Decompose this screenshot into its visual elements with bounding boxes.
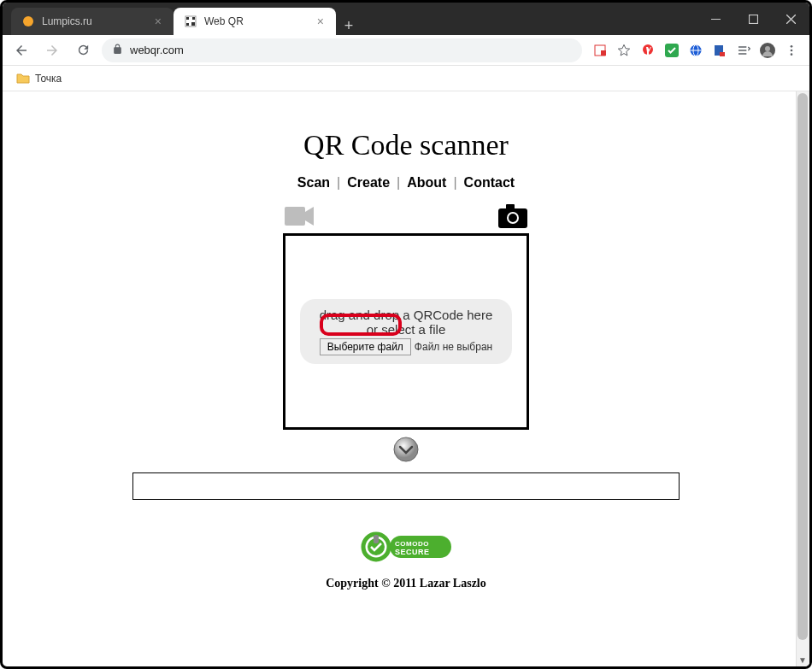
svg-rect-32 xyxy=(374,535,379,543)
new-tab-button[interactable]: + xyxy=(336,17,362,35)
svg-text:COMODO: COMODO xyxy=(395,540,429,548)
file-input-row: Выберите файл Файл не выбран xyxy=(312,338,500,355)
address-bar[interactable]: webqr.com xyxy=(102,38,582,62)
star-icon[interactable] xyxy=(616,43,632,58)
webcam-mode-icon[interactable] xyxy=(285,205,315,231)
svg-point-29 xyxy=(394,437,418,461)
nav-scan[interactable]: Scan xyxy=(297,175,330,191)
ext-icon-notes[interactable] xyxy=(712,43,727,58)
svg-rect-4 xyxy=(186,23,189,26)
choose-file-button[interactable]: Выберите файл xyxy=(320,338,411,355)
ext-icon-1[interactable] xyxy=(592,43,608,58)
bookmarks-bar: Точка xyxy=(3,66,809,91)
ext-icon-yandex[interactable] xyxy=(640,43,656,58)
drop-area[interactable]: drag and drop a QRCode here or select a … xyxy=(300,299,512,364)
tab-lumpics[interactable]: Lumpics.ru × xyxy=(11,8,174,35)
scroll-down-arrow[interactable]: ▼ xyxy=(796,653,809,666)
expand-down-icon[interactable] xyxy=(393,437,419,466)
svg-rect-11 xyxy=(601,50,606,56)
forward-button xyxy=(40,38,64,62)
copyright-text: Copyright © 2011 Lazar Laszlo xyxy=(326,577,486,594)
svg-rect-2 xyxy=(186,17,189,20)
mode-switch xyxy=(283,204,529,232)
browser-toolbar: webqr.com xyxy=(3,35,809,66)
svg-rect-18 xyxy=(720,52,725,56)
comodo-seal[interactable]: COMODO SECURE xyxy=(359,529,453,565)
svg-point-0 xyxy=(23,16,33,26)
ext-icon-globe[interactable] xyxy=(688,43,703,58)
svg-rect-26 xyxy=(506,204,515,210)
page-nav: Scan | Create | About | Contact xyxy=(297,175,515,191)
svg-point-20 xyxy=(765,46,770,51)
tab-strip: Lumpics.ru × Web QR × + xyxy=(3,3,697,35)
result-box xyxy=(132,472,680,500)
page-title: QR Code scanner xyxy=(303,129,509,161)
svg-point-28 xyxy=(509,214,517,222)
svg-point-22 xyxy=(791,49,793,51)
tab-webqr[interactable]: Web QR × xyxy=(174,8,336,35)
svg-rect-7 xyxy=(749,15,757,23)
nav-create[interactable]: Create xyxy=(347,175,390,191)
svg-rect-5 xyxy=(191,22,195,26)
nav-contact[interactable]: Contact xyxy=(464,175,515,191)
ext-icon-check[interactable] xyxy=(664,43,680,58)
svg-point-23 xyxy=(791,53,793,56)
svg-text:SECURE: SECURE xyxy=(395,548,430,556)
window-controls xyxy=(697,3,809,35)
scroll-thumb[interactable] xyxy=(797,93,808,640)
favicon-lumpics xyxy=(21,15,35,28)
tab-title: Web QR xyxy=(204,15,309,27)
camera-mode-icon[interactable] xyxy=(498,204,527,232)
close-window-button[interactable] xyxy=(772,3,809,35)
page-content: ▲ ▼ QR Code scanner Scan | Create | Abou… xyxy=(3,91,809,666)
folder-icon xyxy=(16,72,30,85)
maximize-button[interactable] xyxy=(734,3,772,35)
file-status-text: Файл не выбран xyxy=(415,341,492,353)
extension-icons xyxy=(589,43,803,58)
menu-icon[interactable] xyxy=(784,43,799,58)
svg-rect-3 xyxy=(192,17,195,20)
url-text: webqr.com xyxy=(130,44,184,56)
nav-about[interactable]: About xyxy=(407,175,446,191)
reload-button[interactable] xyxy=(71,38,95,62)
window-titlebar: Lumpics.ru × Web QR × + xyxy=(3,3,809,35)
scrollbar[interactable]: ▲ ▼ xyxy=(796,91,809,666)
svg-point-21 xyxy=(791,45,793,48)
minimize-button[interactable] xyxy=(697,3,734,35)
favicon-webqr xyxy=(184,15,197,28)
tab-title: Lumpics.ru xyxy=(42,15,146,27)
bookmark-label: Точка xyxy=(35,73,62,85)
drop-text-line2: or select a file xyxy=(312,322,500,337)
bookmark-folder[interactable]: Точка xyxy=(13,70,65,87)
back-button[interactable] xyxy=(9,38,33,62)
scan-area: drag and drop a QRCode here or select a … xyxy=(283,233,529,430)
svg-rect-24 xyxy=(285,207,305,226)
profile-avatar[interactable] xyxy=(760,43,775,58)
lock-icon xyxy=(112,44,123,57)
webqr-page: QR Code scanner Scan | Create | About | … xyxy=(3,91,809,666)
close-icon[interactable]: × xyxy=(153,15,163,28)
drop-text-line1: drag and drop a QRCode here xyxy=(312,308,500,322)
close-icon[interactable]: × xyxy=(315,15,326,28)
reading-list-icon[interactable] xyxy=(736,43,751,58)
